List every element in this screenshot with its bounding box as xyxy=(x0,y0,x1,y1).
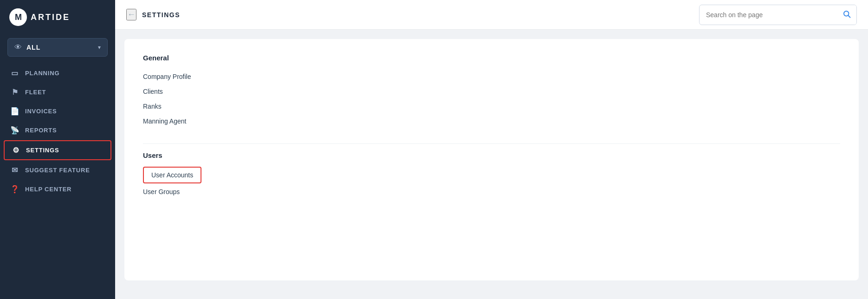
link-user-groups[interactable]: User Groups xyxy=(143,184,840,199)
sidebar-item-help-center[interactable]: ❓ HELP CENTER xyxy=(4,180,111,198)
sidebar-item-label: SETTINGS xyxy=(26,147,59,154)
sidebar-item-label: REPORTS xyxy=(25,127,57,134)
sidebar-nav: ▭ PLANNING ⚑ FLEET 📄 INVOICES 📡 REPORTS … xyxy=(0,64,115,299)
sidebar-item-reports[interactable]: 📡 REPORTS xyxy=(4,121,111,139)
section-divider xyxy=(143,143,840,144)
header-left: ← SETTINGS xyxy=(126,9,180,20)
chevron-down-icon: ▾ xyxy=(98,44,101,51)
all-dropdown[interactable]: 👁 ALL ▾ xyxy=(7,38,108,57)
sidebar-item-label: HELP CENTER xyxy=(25,186,71,193)
page-title: SETTINGS xyxy=(142,11,180,19)
sidebar-item-invoices[interactable]: 📄 INVOICES xyxy=(4,102,111,120)
sidebar-item-label: SUGGEST FEATURE xyxy=(25,167,90,174)
reports-icon: 📡 xyxy=(10,126,19,135)
users-section: Users User Accounts User Groups xyxy=(143,151,840,199)
planning-icon: ▭ xyxy=(10,69,19,78)
sidebar-item-fleet[interactable]: ⚑ FLEET xyxy=(4,83,111,101)
sidebar-item-label: INVOICES xyxy=(25,108,57,115)
link-manning-agent[interactable]: Manning Agent xyxy=(143,114,840,129)
header: ← SETTINGS xyxy=(115,0,868,30)
sidebar-item-settings[interactable]: ⚙ SETTINGS xyxy=(4,140,111,160)
logo-icon: M xyxy=(9,8,27,26)
search-input[interactable] xyxy=(700,6,837,23)
search-box[interactable] xyxy=(699,5,857,25)
sidebar-item-label: PLANNING xyxy=(25,70,59,77)
link-company-profile[interactable]: Company Profile xyxy=(143,69,840,84)
logo-text: ARTIDE xyxy=(31,13,70,22)
help-icon: ❓ xyxy=(10,185,19,194)
svg-point-0 xyxy=(844,11,849,16)
sidebar-item-planning[interactable]: ▭ PLANNING xyxy=(4,64,111,82)
invoices-icon: 📄 xyxy=(10,107,19,116)
sidebar-logo: M ARTIDE xyxy=(0,0,115,34)
link-ranks[interactable]: Ranks xyxy=(143,99,840,114)
settings-card: General Company Profile Clients Ranks Ma… xyxy=(124,39,859,280)
settings-icon: ⚙ xyxy=(11,146,20,155)
link-clients[interactable]: Clients xyxy=(143,84,840,99)
back-button[interactable]: ← xyxy=(126,9,136,20)
main-content: ← SETTINGS General Company Profile Clien… xyxy=(115,0,868,299)
sidebar-item-suggest-feature[interactable]: ✉ SUGGEST FEATURE xyxy=(4,161,111,179)
dropdown-label: ALL xyxy=(26,44,93,51)
search-icon[interactable] xyxy=(837,5,856,25)
svg-line-1 xyxy=(849,15,850,17)
general-section: General Company Profile Clients Ranks Ma… xyxy=(143,54,840,129)
sidebar: M ARTIDE 👁 ALL ▾ ▭ PLANNING ⚑ FLEET 📄 IN… xyxy=(0,0,115,299)
fleet-icon: ⚑ xyxy=(10,88,19,97)
eye-icon: 👁 xyxy=(14,43,22,52)
general-section-title: General xyxy=(143,54,840,62)
sidebar-item-label: FLEET xyxy=(25,89,46,96)
users-section-title: Users xyxy=(143,151,840,159)
suggest-icon: ✉ xyxy=(10,166,19,175)
link-user-accounts[interactable]: User Accounts xyxy=(143,167,201,183)
settings-content: General Company Profile Clients Ranks Ma… xyxy=(115,30,868,299)
